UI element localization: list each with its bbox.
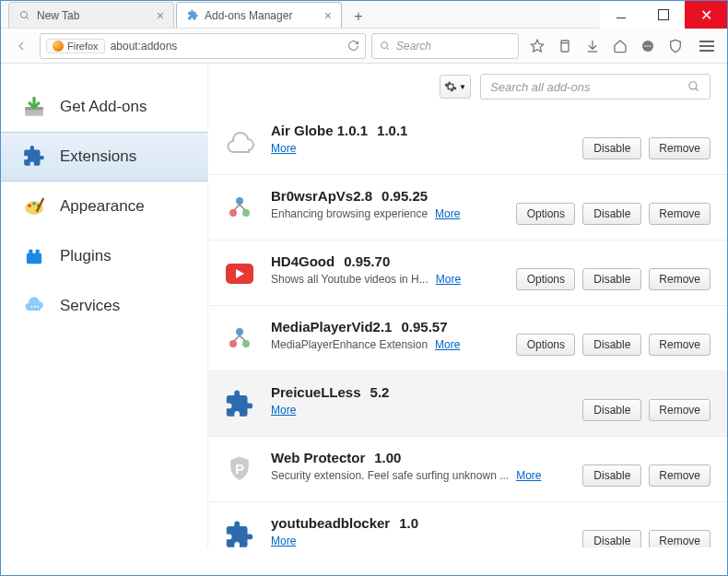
- sidebar-item-plugins[interactable]: Plugins: [1, 231, 207, 281]
- search-bar[interactable]: Search: [371, 33, 519, 59]
- sidebar-item-appearance[interactable]: Appearance: [1, 182, 207, 231]
- puzzle-icon: [186, 9, 199, 22]
- bookmark-icon[interactable]: [524, 33, 550, 59]
- more-link[interactable]: More: [435, 338, 460, 351]
- gear-icon: [444, 80, 457, 93]
- cloud-icon: [21, 293, 47, 319]
- svg-rect-21: [36, 250, 40, 254]
- disable-button[interactable]: Disable: [582, 137, 641, 159]
- sidebar-item-extensions[interactable]: Extensions: [1, 132, 207, 182]
- sidebar-item-services[interactable]: Services: [1, 281, 207, 331]
- more-link[interactable]: More: [435, 207, 460, 220]
- window-close-button[interactable]: ✕: [685, 1, 727, 29]
- addon-name: HD4Good: [271, 253, 335, 269]
- svg-line-26: [696, 88, 699, 91]
- svg-point-27: [236, 197, 243, 205]
- sidebar-item-label: Extensions: [60, 147, 136, 166]
- firefox-icon: [53, 41, 64, 52]
- svg-rect-5: [561, 41, 569, 52]
- downloads-icon[interactable]: [580, 33, 605, 59]
- options-button[interactable]: Options: [516, 334, 575, 356]
- remove-button[interactable]: Remove: [649, 399, 710, 421]
- addon-name: youtubeadblocker: [271, 515, 390, 531]
- disable-button[interactable]: Disable: [582, 334, 641, 356]
- more-link[interactable]: More: [436, 273, 461, 286]
- more-link[interactable]: More: [271, 404, 296, 417]
- chevron-down-icon: ▼: [459, 83, 466, 91]
- close-icon[interactable]: ×: [157, 8, 164, 23]
- addon-row[interactable]: MediaPlayerVid2.1 0.95.57 MediaPlayerEnh…: [208, 306, 727, 371]
- svg-point-33: [229, 340, 237, 347]
- tab-addons[interactable]: Add-ons Manager ×: [176, 2, 342, 28]
- url-input[interactable]: [111, 40, 342, 53]
- addon-description: Shows all Youtube videos in H...: [271, 273, 429, 286]
- addon-row[interactable]: Br0wsrApVs2.8 0.95.25 Enhancing browsing…: [208, 175, 727, 241]
- svg-point-34: [242, 340, 250, 347]
- window-maximize-button[interactable]: [642, 1, 685, 29]
- tab-new[interactable]: New Tab ×: [8, 2, 174, 28]
- disable-button[interactable]: Disable: [582, 399, 641, 421]
- addon-row[interactable]: PreicueLLess 5.2 More Disable Remove: [208, 371, 727, 437]
- disable-button[interactable]: Disable: [582, 464, 641, 487]
- back-button[interactable]: [8, 33, 34, 59]
- addon-version: 1.0.1: [377, 123, 407, 138]
- addon-row[interactable]: P Web Protector 1.00 Security extension.…: [208, 437, 727, 502]
- tab-label: New Tab: [37, 9, 79, 22]
- svg-point-2: [382, 41, 388, 48]
- more-link[interactable]: More: [271, 535, 296, 547]
- addon-version: 0.95.70: [344, 253, 390, 269]
- addon-description: Enhancing browsing experience: [271, 207, 428, 220]
- addon-row[interactable]: Air Globe 1.0.1 1.0.1 More Disable Remov…: [208, 110, 727, 175]
- disable-button[interactable]: Disable: [582, 203, 641, 225]
- paintbrush-icon: [21, 194, 47, 219]
- remove-button[interactable]: Remove: [649, 268, 710, 290]
- firefox-badge: Firefox: [46, 39, 105, 53]
- more-link[interactable]: More: [271, 142, 296, 155]
- svg-rect-19: [27, 253, 41, 264]
- addon-row[interactable]: youtubeadblocker 1.0 More Disable Remove: [208, 502, 727, 547]
- remove-button[interactable]: Remove: [649, 203, 710, 225]
- menu-button[interactable]: [694, 33, 720, 59]
- addon-row[interactable]: HD4Good 0.95.70 Shows all Youtube videos…: [208, 241, 727, 306]
- search-icon: [380, 41, 391, 52]
- addon-version: 5.2: [370, 384, 390, 400]
- svg-point-24: [37, 306, 39, 308]
- new-tab-button[interactable]: +: [347, 6, 370, 28]
- addon-version: 1.00: [374, 450, 401, 465]
- window-minimize-button[interactable]: [600, 1, 642, 29]
- addon-version: 0.95.25: [382, 188, 428, 204]
- search-icon: [18, 9, 31, 22]
- shield-icon[interactable]: [663, 33, 688, 59]
- addon-icon: [221, 321, 258, 358]
- addon-name: PreicueLLess: [271, 384, 361, 400]
- options-button[interactable]: Options: [516, 203, 575, 225]
- remove-button[interactable]: Remove: [649, 464, 710, 487]
- sidebar-item-label: Plugins: [60, 247, 112, 265]
- disable-button[interactable]: Disable: [582, 268, 641, 290]
- svg-marker-4: [531, 40, 543, 52]
- tools-button[interactable]: ▼: [440, 75, 471, 99]
- svg-rect-20: [29, 250, 32, 254]
- options-button[interactable]: Options: [516, 268, 575, 290]
- remove-button[interactable]: Remove: [649, 137, 710, 159]
- addon-search-input[interactable]: Search all add-ons: [480, 74, 710, 100]
- reload-icon[interactable]: [347, 40, 359, 52]
- remove-button[interactable]: Remove: [649, 530, 710, 547]
- sidebar-item-label: Services: [60, 297, 120, 315]
- puzzle-icon: [21, 144, 47, 170]
- lego-icon: [21, 243, 47, 269]
- sidebar-item-label: Appearance: [60, 197, 145, 216]
- library-icon[interactable]: [552, 33, 578, 59]
- close-icon[interactable]: ×: [324, 8, 332, 23]
- svg-point-23: [34, 306, 36, 308]
- url-bar[interactable]: Firefox: [40, 33, 366, 59]
- sidebar-item-get-addons[interactable]: Get Add-ons: [1, 82, 207, 132]
- svg-text:P: P: [235, 462, 244, 476]
- more-link[interactable]: More: [516, 469, 541, 482]
- home-icon[interactable]: [607, 33, 633, 59]
- remove-button[interactable]: Remove: [649, 334, 710, 356]
- disable-button[interactable]: Disable: [582, 530, 641, 547]
- addon-description: Security extension. Feel safe surfing un…: [271, 469, 509, 482]
- addon-name: Br0wsrApVs2.8: [271, 188, 372, 204]
- chat-icon[interactable]: [635, 33, 661, 59]
